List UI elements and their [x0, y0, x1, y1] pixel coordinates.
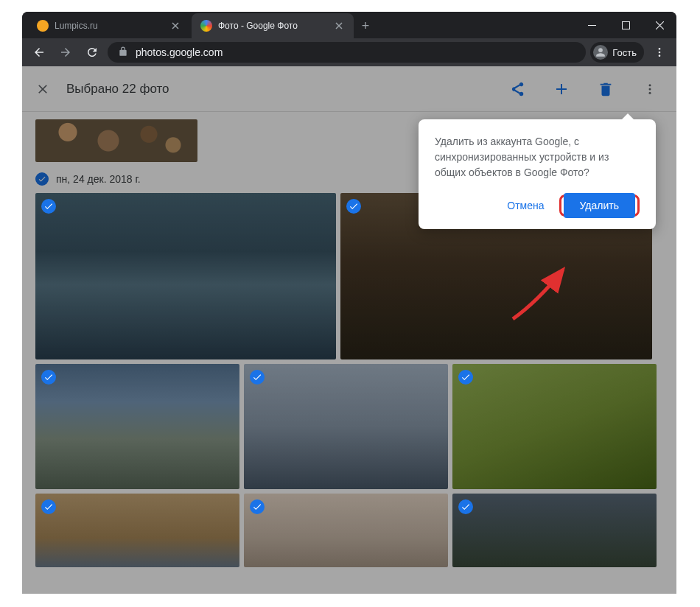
check-icon: [41, 499, 56, 514]
svg-point-5: [649, 84, 651, 86]
share-button[interactable]: [503, 74, 532, 104]
forward-button[interactable]: [55, 41, 77, 63]
browser-toolbar: photos.google.com Гость: [22, 38, 676, 66]
check-icon: [250, 370, 265, 385]
photo-thumbnail[interactable]: [452, 494, 657, 567]
tab-title: Lumpics.ru: [55, 21, 164, 31]
profile-label: Гость: [612, 47, 637, 58]
avatar-icon: [593, 45, 608, 60]
content-area: Выбрано 22 фото пн, 24 дек. 2018 г.: [22, 66, 676, 594]
browser-tab[interactable]: Lumpics.ru: [28, 13, 190, 38]
reload-button[interactable]: [81, 41, 103, 63]
titlebar: Lumpics.ru Фото - Google Фото +: [22, 12, 676, 38]
selection-bar: Выбрано 22 фото: [22, 66, 676, 112]
check-icon: [35, 172, 49, 186]
svg-point-7: [649, 91, 651, 94]
photo-thumbnail[interactable]: [35, 119, 197, 162]
back-button[interactable]: [28, 41, 50, 63]
photo-thumbnail[interactable]: [35, 494, 239, 567]
browser-window: Lumpics.ru Фото - Google Фото +: [22, 12, 676, 594]
browser-menu-button[interactable]: [648, 41, 671, 63]
popover-message: Удалить из аккаунта Google, с синхронизи…: [435, 134, 640, 180]
svg-point-2: [659, 48, 661, 50]
cancel-button[interactable]: Отмена: [498, 194, 553, 217]
photo-thumbnail[interactable]: [35, 193, 336, 359]
add-to-button[interactable]: [547, 74, 576, 104]
check-icon: [41, 370, 56, 385]
tab-strip: Lumpics.ru Фото - Google Фото +: [22, 13, 575, 38]
confirm-delete-button[interactable]: Удалить: [564, 193, 635, 218]
delete-button[interactable]: [591, 74, 620, 104]
minimize-button[interactable]: [575, 14, 609, 36]
selection-count: Выбрано 22 фото: [66, 82, 488, 97]
tab-title: Фото - Google Фото: [218, 21, 327, 31]
date-label-text: пн, 24 дек. 2018 г.: [56, 173, 141, 185]
browser-tab-active[interactable]: Фото - Google Фото: [192, 13, 354, 38]
check-icon: [458, 499, 473, 514]
url-text: photos.google.com: [136, 46, 575, 58]
annotation-highlight: Удалить: [559, 194, 640, 217]
check-icon: [346, 199, 361, 214]
close-icon[interactable]: [333, 20, 345, 32]
svg-point-6: [649, 88, 651, 90]
lock-icon: [118, 46, 128, 59]
new-tab-button[interactable]: +: [355, 15, 376, 36]
photo-thumbnail[interactable]: [452, 364, 657, 489]
maximize-button[interactable]: [609, 14, 643, 36]
svg-point-3: [659, 52, 661, 54]
address-bar[interactable]: photos.google.com: [108, 42, 586, 63]
check-icon: [41, 199, 56, 214]
close-window-button[interactable]: [643, 14, 676, 36]
close-icon[interactable]: [169, 20, 181, 32]
check-icon: [250, 499, 265, 514]
photo-thumbnail[interactable]: [244, 494, 448, 567]
favicon-icon: [200, 20, 212, 32]
svg-point-4: [659, 55, 661, 57]
deselect-button[interactable]: [34, 80, 52, 98]
profile-chip[interactable]: Гость: [590, 42, 644, 63]
favicon-icon: [37, 20, 49, 32]
popover-actions: Отмена Удалить: [435, 194, 640, 217]
delete-confirm-popover: Удалить из аккаунта Google, с синхронизи…: [419, 119, 656, 229]
check-icon: [458, 370, 473, 385]
more-options-button[interactable]: [635, 74, 665, 104]
window-controls: [575, 12, 676, 38]
photo-thumbnail[interactable]: [244, 364, 448, 489]
photo-thumbnail[interactable]: [35, 364, 239, 489]
svg-rect-0: [588, 25, 596, 26]
svg-rect-1: [622, 21, 629, 29]
